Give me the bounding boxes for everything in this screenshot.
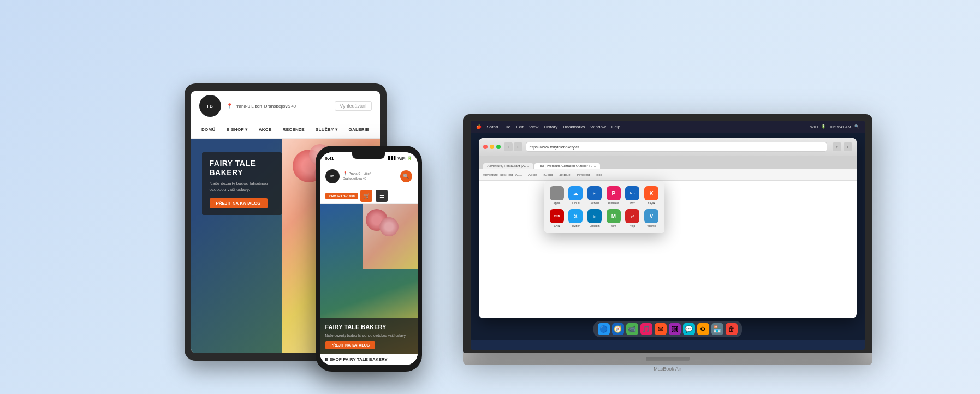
back-button[interactable]: ‹	[504, 142, 513, 151]
safari-tabs-bar: Adventure, Restaurant | Au... Tali | Pre…	[479, 156, 857, 169]
bookmark-adventurefest[interactable]: Adventure, RestFest | Au...	[483, 173, 522, 176]
battery-icon: 🔋	[407, 156, 412, 160]
safari-urlbar[interactable]: https://www.fairytalebakery.cz	[526, 142, 827, 152]
iphone-search-button[interactable]: 🔍	[400, 170, 412, 182]
bookmark-icloud-item[interactable]: ☁ iCloud	[568, 186, 583, 205]
venmo-icon: V	[644, 209, 658, 223]
ipad-nav-galerie[interactable]: GALERIE	[348, 127, 369, 132]
bookmark-jetblue[interactable]: JetBlue	[559, 173, 570, 176]
ipad-nav-recenze[interactable]: RECENZE	[283, 127, 305, 132]
dock-facetime[interactable]: 📹	[626, 323, 638, 335]
iphone-street: Drahobejlova 40	[343, 176, 372, 181]
iphone-cart-button[interactable]: 🛒	[360, 190, 372, 202]
iphone-city: Praha-9	[349, 171, 360, 176]
iphone-overlay-box: FAIRY TALE BAKERY Naše dezerty budou lah…	[320, 318, 418, 354]
macbook-screen: 🍎 Safari File Edit View History Bookmark…	[471, 121, 865, 350]
bookmark-kayak-item[interactable]: K Kayak	[644, 186, 659, 205]
dock-mail[interactable]: ✉	[655, 323, 667, 335]
safari-window: ‹ › https://www.fairytalebakery.cz ↑ +	[479, 138, 857, 318]
iphone-hero-content: FAIRY TALE BAKERY Naše dezerty budou lah…	[320, 318, 418, 354]
macos-menubar: 🍎 Safari File Edit View History Bookmark…	[471, 121, 865, 133]
help-menu[interactable]: Help	[611, 124, 620, 129]
dock-finder[interactable]: 🔵	[598, 323, 610, 335]
macbook-model-label: MacBook Air	[463, 366, 872, 372]
bookmark-linkedin-item[interactable]: in LinkedIn	[587, 209, 602, 228]
search-status-icon[interactable]: 🔍	[854, 124, 859, 129]
cnn-label: CNN	[554, 224, 560, 228]
location-icon: 📍	[343, 171, 348, 176]
dock-safari[interactable]: 🧭	[612, 323, 624, 335]
dock-messages[interactable]: 💬	[683, 323, 695, 335]
twitter-icon: 𝕏	[568, 209, 583, 223]
macos-menubar-left: 🍎 Safari File Edit View History Bookmark…	[476, 124, 621, 129]
bookmark-twitter-item[interactable]: 𝕏 Twitter	[568, 209, 583, 228]
bookmark-jet-item[interactable]: jet JetBlue	[587, 186, 602, 205]
iphone-action-bar: +420 724 414 555 🛒 ☰	[320, 188, 418, 204]
ipad-address: 📍 Praha-9 Libeň Drahobejlova 40	[227, 103, 296, 109]
iphone-hero-subtitle: Naše dezerty budou lahodnou ozdobou vaší…	[325, 333, 412, 338]
edit-menu[interactable]: Edit	[516, 124, 524, 129]
icloud-label: iCloud	[572, 201, 579, 205]
window-menu[interactable]: Window	[590, 124, 605, 129]
forward-button[interactable]: ›	[514, 142, 522, 151]
ipad-cta-button[interactable]: PŘEJÍT NA KATALOG	[210, 198, 268, 208]
bookmark-apple[interactable]: Apple	[528, 173, 537, 176]
mint-icon: M	[607, 209, 621, 223]
clock: Tue 9:41 AM	[829, 125, 851, 129]
iphone-hero: FAIRY TALE BAKERY Naše dezerty budou lah…	[320, 204, 418, 354]
ipad-nav-domu[interactable]: DOMŮ	[201, 127, 216, 132]
signal-icon: ▋▋▋	[388, 156, 396, 160]
dock-music[interactable]: 🎵	[640, 323, 652, 335]
fullscreen-button[interactable]	[496, 145, 501, 149]
battery-status: 🔋	[821, 124, 826, 129]
dock-trash[interactable]: 🗑	[726, 323, 738, 335]
history-menu[interactable]: History	[544, 124, 557, 129]
bookmark-box-item[interactable]: box Box	[625, 186, 640, 205]
safari-bookmarks-bar: Adventure, RestFest | Au... Apple iCloud…	[479, 169, 857, 181]
bookmark-venmo-item[interactable]: V Venmo	[644, 209, 659, 228]
ipad-search[interactable]: Vyhledávání	[335, 101, 371, 111]
minimize-button[interactable]	[490, 145, 494, 149]
icloud-icon: ☁	[568, 186, 583, 200]
safari-window-controls	[483, 145, 501, 149]
share-button[interactable]: ↑	[833, 142, 841, 151]
close-button[interactable]	[483, 145, 488, 149]
ipad-nav-eshop[interactable]: E-SHOP ▾	[227, 127, 248, 132]
apple-menu[interactable]: 🍎	[476, 124, 482, 129]
yelp-icon: y!	[625, 209, 639, 223]
bookmark-icloud[interactable]: iCloud	[543, 173, 553, 176]
bookmark-box[interactable]: Box	[596, 173, 602, 176]
bookmark-cnn-item[interactable]: CNN CNN	[550, 209, 565, 228]
safari-menu[interactable]: Safari	[487, 124, 498, 129]
iphone-notch	[352, 152, 385, 159]
iphone-website: 9:41 ▋▋▋ WiFi 🔋 FB 📍 Prah	[320, 152, 418, 365]
linkedin-label: LinkedIn	[590, 224, 600, 228]
ipad-nav-akce[interactable]: AKCE	[259, 127, 272, 132]
macbook-camera-notch	[646, 357, 690, 361]
new-tab-button[interactable]: +	[844, 142, 852, 151]
box-label: Box	[630, 201, 635, 205]
ipad-nav-sluzby[interactable]: SLUŽBY ▾	[316, 127, 337, 132]
iphone-cta-button[interactable]: PŘEJÍT NA KATALOG	[325, 341, 376, 349]
bookmarks-menu[interactable]: Bookmarks	[563, 124, 585, 129]
bookmark-pinterest[interactable]: Pinterest	[577, 173, 590, 176]
dock-settings[interactable]: ⚙	[697, 323, 709, 335]
bookmark-mint-item[interactable]: M Mint	[606, 209, 621, 228]
iphone-screen: 9:41 ▋▋▋ WiFi 🔋 FB 📍 Prah	[320, 152, 418, 365]
macbook-body: 🍎 Safari File Edit View History Bookmark…	[463, 114, 872, 353]
iphone-device: 9:41 ▋▋▋ WiFi 🔋 FB 📍 Prah	[316, 146, 422, 372]
view-menu[interactable]: View	[529, 124, 538, 129]
ipad-city: Praha-9 Libeň	[235, 104, 262, 109]
bookmark-yelp-item[interactable]: y! Yelp	[625, 209, 640, 228]
iphone-menu-button[interactable]: ☰	[376, 190, 388, 202]
dock-appstore[interactable]: 🏪	[711, 323, 723, 335]
ipad-hero-subtitle: Naše dezerty budou lahodnou ozdobou vaší…	[210, 181, 274, 193]
safari-tab-1[interactable]: Adventure, Restaurant | Au...	[483, 163, 534, 169]
safari-tab-2[interactable]: Tali | Premium Australian Outdoor Furni.…	[534, 163, 600, 169]
dock-photos[interactable]: 🖼	[669, 323, 681, 335]
iphone-phone-number[interactable]: +420 724 414 555	[325, 193, 359, 199]
bookmark-pinterest-item[interactable]: P Pinterest	[606, 186, 621, 205]
ipad-overlay-box: FAIRY TALE BAKERY Naše dezerty budou lah…	[202, 152, 282, 215]
file-menu[interactable]: File	[503, 124, 510, 129]
bookmark-apple-item[interactable]: Apple	[550, 186, 565, 205]
